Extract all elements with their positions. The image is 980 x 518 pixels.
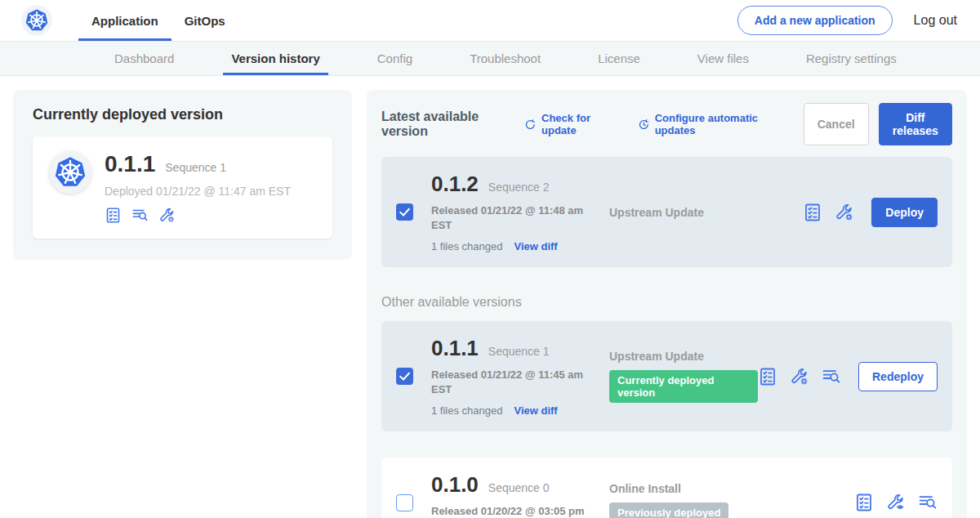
redeploy-button[interactable]: Redeploy xyxy=(858,362,938,391)
version-row-0-1-0: 0.1.0 Sequence 0 Released 01/20/22 @ 03:… xyxy=(381,458,952,518)
view-files-icon[interactable] xyxy=(918,493,938,512)
release-notes-icon[interactable] xyxy=(105,207,122,224)
view-diff-link[interactable]: View diff xyxy=(514,404,557,417)
clock-refresh-icon xyxy=(638,118,650,132)
subnav-tab-troubleshoot[interactable]: Troubleshoot xyxy=(466,42,544,75)
deploy-button[interactable]: Deploy xyxy=(871,198,938,227)
refresh-icon xyxy=(524,118,537,132)
files-changed-label: 1 files changed xyxy=(431,404,502,417)
subnav-tab-view-files[interactable]: View files xyxy=(694,42,752,75)
deployed-sequence-label: Sequence 1 xyxy=(165,161,226,174)
edit-config-icon[interactable] xyxy=(790,367,809,386)
version-checkbox[interactable] xyxy=(396,368,413,385)
version-source-label: Upstream Update xyxy=(609,206,704,219)
diff-releases-button[interactable]: Diff releases xyxy=(879,103,952,145)
currently-deployed-badge: Currently deployed version xyxy=(609,370,758,403)
latest-version-title: Latest available version xyxy=(381,109,510,139)
subnav-tab-license[interactable]: License xyxy=(595,42,644,75)
version-checkbox[interactable] xyxy=(396,203,413,221)
subnav-tab-config[interactable]: Config xyxy=(374,42,416,75)
sequence-label: Sequence 1 xyxy=(488,345,550,358)
configure-automatic-updates-link[interactable]: Configure automatic updates xyxy=(638,112,782,136)
release-notes-icon[interactable] xyxy=(803,203,822,222)
version-history-panel: Latest available version Check for updat… xyxy=(367,90,967,518)
sequence-label: Sequence 2 xyxy=(488,181,550,194)
subnav-tab-dashboard[interactable]: Dashboard xyxy=(111,42,177,75)
version-row-0-1-1: 0.1.1 Sequence 1 Released 01/21/22 @ 11:… xyxy=(381,321,952,431)
version-number: 0.1.1 xyxy=(431,336,479,361)
edit-config-icon[interactable] xyxy=(158,207,176,224)
check-for-update-link[interactable]: Check for update xyxy=(524,112,617,136)
view-files-icon[interactable] xyxy=(822,367,841,386)
released-timestamp: Released 01/21/22 @ 11:48 am EST xyxy=(431,203,590,232)
version-checkbox[interactable] xyxy=(396,494,413,511)
sequence-label: Sequence 0 xyxy=(488,481,550,494)
logout-button[interactable]: Log out xyxy=(914,13,957,28)
add-new-application-button[interactable]: Add a new application xyxy=(737,6,893,35)
latest-version-header: Latest available version Check for updat… xyxy=(381,103,952,145)
app-sub-nav: Dashboard Version history Config Trouble… xyxy=(0,41,980,76)
top-nav: Application GitOps Add a new application… xyxy=(0,0,980,41)
kubernetes-logo-icon xyxy=(21,5,52,36)
deployed-version-card: 0.1.1 Sequence 1 Deployed 01/21/22 @ 11:… xyxy=(33,136,332,239)
release-notes-icon[interactable] xyxy=(854,493,874,512)
kubernetes-app-icon xyxy=(49,151,91,194)
edit-config-icon[interactable] xyxy=(835,203,854,222)
version-number: 0.1.0 xyxy=(431,472,479,498)
files-changed-label: 1 files changed xyxy=(431,240,502,252)
version-row-0-1-2: 0.1.2 Sequence 2 Released 01/21/22 @ 11:… xyxy=(381,157,952,267)
currently-deployed-panel: Currently deployed version 0.1.1 Sequenc… xyxy=(13,90,352,260)
previously-deployed-badge: Previously deployed xyxy=(609,502,728,518)
tab-gitops[interactable]: GitOps xyxy=(172,0,238,41)
cancel-button[interactable]: Cancel xyxy=(804,103,869,145)
release-notes-icon[interactable] xyxy=(758,367,777,386)
view-diff-link[interactable]: View diff xyxy=(514,240,557,252)
deployed-timestamp: Deployed 01/21/22 @ 11:47 am EST xyxy=(105,185,291,198)
other-versions-header: Other available versions xyxy=(381,295,952,310)
main-content: Currently deployed version 0.1.1 Sequenc… xyxy=(0,76,980,518)
version-source-label: Online Install xyxy=(609,482,681,495)
view-config-icon[interactable] xyxy=(886,493,906,512)
currently-deployed-title: Currently deployed version xyxy=(33,106,332,123)
app-logo[interactable] xyxy=(21,0,52,41)
tab-application-label: Application xyxy=(91,14,158,28)
version-source-label: Upstream Update xyxy=(609,350,704,363)
tab-application[interactable]: Application xyxy=(78,0,172,41)
released-timestamp: Released 01/21/22 @ 11:45 am EST xyxy=(431,368,590,396)
subnav-tab-registry-settings[interactable]: Registry settings xyxy=(803,42,900,75)
tab-gitops-label: GitOps xyxy=(185,14,225,28)
view-files-icon[interactable] xyxy=(131,207,149,224)
subnav-tab-version-history[interactable]: Version history xyxy=(228,42,323,75)
version-number: 0.1.2 xyxy=(431,172,479,197)
deployed-version-number: 0.1.1 xyxy=(105,151,155,177)
released-timestamp: Released 01/20/22 @ 03:05 pm EST xyxy=(431,504,590,518)
